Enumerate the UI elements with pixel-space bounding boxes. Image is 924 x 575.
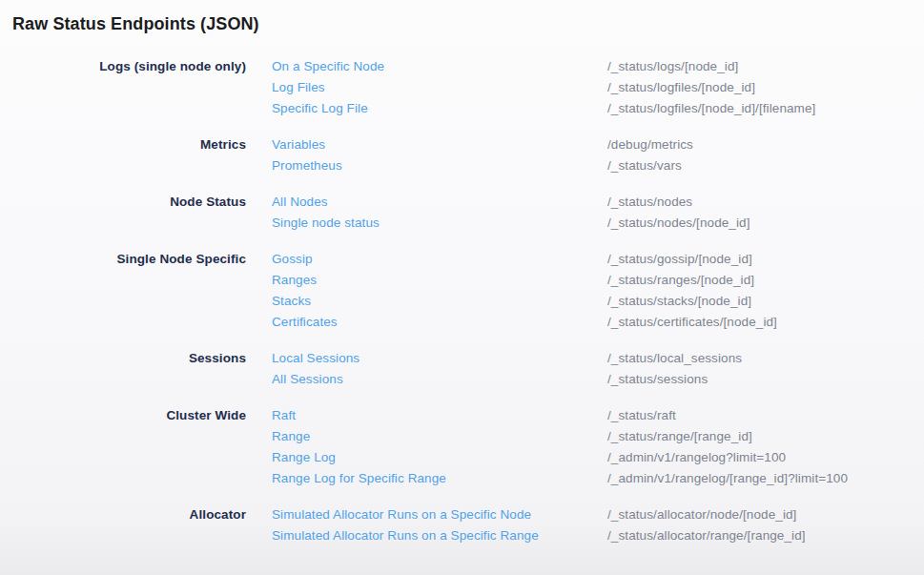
endpoint-section: Logs (single node only) On a Specific No… — [12, 56, 909, 119]
endpoint-row: Simulated Allocator Runs on a Specific R… — [272, 525, 806, 546]
endpoint-link[interactable]: Range Log — [272, 447, 607, 468]
endpoint-path: /_status/local_sessions — [607, 348, 742, 369]
debug-endpoints-page: Raw Status Endpoints (JSON) Logs (single… — [0, 0, 924, 546]
endpoint-link[interactable]: Ranges — [272, 270, 607, 291]
endpoint-path: /_status/raft — [607, 405, 676, 426]
section-label: Cluster Wide — [12, 405, 246, 426]
endpoint-path: /_status/ranges/[node_id] — [607, 270, 754, 291]
section-label: Allocator — [12, 504, 246, 525]
section-label: Single Node Specific — [12, 249, 246, 270]
endpoint-path: /_status/allocator/range/[range_id] — [607, 525, 806, 546]
endpoint-link[interactable]: Stacks — [272, 291, 607, 312]
endpoint-row: Single node status /_status/nodes/[node_… — [272, 213, 750, 234]
endpoint-link[interactable]: Gossip — [272, 249, 607, 270]
endpoint-row: Range /_status/range/[range_id] — [272, 426, 848, 447]
endpoint-link[interactable]: Simulated Allocator Runs on a Specific N… — [272, 504, 607, 525]
endpoint-path: /_status/logfiles/[node_id] — [607, 77, 755, 98]
endpoint-row: Range Log for Specific Range /_admin/v1/… — [272, 468, 848, 489]
endpoint-link[interactable]: Log Files — [272, 77, 607, 98]
endpoint-link[interactable]: Range Log for Specific Range — [272, 468, 607, 489]
endpoint-path: /debug/metrics — [607, 134, 693, 155]
endpoints-table: Logs (single node only) On a Specific No… — [12, 56, 909, 546]
endpoint-path: /_status/nodes/[node_id] — [607, 213, 750, 234]
endpoint-row: All Sessions /_status/sessions — [272, 369, 742, 390]
endpoint-row: All Nodes /_status/nodes — [272, 192, 750, 213]
section-rows: Local Sessions /_status/local_sessions A… — [272, 348, 742, 390]
endpoint-path: /_status/range/[range_id] — [607, 426, 752, 447]
section-rows: Variables /debug/metrics Prometheus /_st… — [272, 134, 693, 176]
section-rows: Raft /_status/raft Range /_status/range/… — [272, 405, 848, 489]
section-rows: On a Specific Node /_status/logs/[node_i… — [272, 56, 815, 119]
endpoint-path: /_status/logs/[node_id] — [607, 56, 738, 77]
endpoint-link[interactable]: Simulated Allocator Runs on a Specific R… — [272, 525, 607, 546]
endpoint-path: /_status/certificates/[node_id] — [607, 312, 777, 333]
endpoint-path: /_status/sessions — [607, 369, 708, 390]
endpoint-row: Log Files /_status/logfiles/[node_id] — [272, 77, 815, 98]
endpoint-link[interactable]: All Sessions — [272, 369, 607, 390]
endpoint-link[interactable]: Certificates — [272, 312, 607, 333]
endpoint-link[interactable]: On a Specific Node — [272, 56, 607, 77]
endpoint-link[interactable]: Range — [272, 426, 607, 447]
endpoint-section: Node Status All Nodes /_status/nodes Sin… — [12, 192, 909, 234]
endpoint-link[interactable]: Raft — [272, 405, 607, 426]
section-rows: Gossip /_status/gossip/[node_id] Ranges … — [272, 249, 777, 333]
endpoint-row: Raft /_status/raft — [272, 405, 848, 426]
endpoint-link[interactable]: Variables — [272, 134, 607, 155]
endpoint-row: Simulated Allocator Runs on a Specific N… — [272, 504, 806, 525]
endpoint-section: Allocator Simulated Allocator Runs on a … — [12, 504, 909, 546]
endpoint-row: Range Log /_admin/v1/rangelog?limit=100 — [272, 447, 848, 468]
endpoint-section: Metrics Variables /debug/metrics Prometh… — [12, 134, 909, 176]
endpoint-row: Variables /debug/metrics — [272, 134, 693, 155]
section-label: Metrics — [12, 134, 246, 155]
endpoint-path: /_admin/v1/rangelog/[range_id]?limit=100 — [607, 468, 848, 489]
endpoint-path: /_status/vars — [607, 155, 682, 176]
endpoint-row: Certificates /_status/certificates/[node… — [272, 312, 777, 333]
endpoint-row: On a Specific Node /_status/logs/[node_i… — [272, 56, 815, 77]
section-label: Logs (single node only) — [12, 56, 246, 77]
endpoint-row: Ranges /_status/ranges/[node_id] — [272, 270, 777, 291]
endpoint-row: Local Sessions /_status/local_sessions — [272, 348, 742, 369]
endpoint-row: Prometheus /_status/vars — [272, 155, 693, 176]
page-title: Raw Status Endpoints (JSON) — [12, 13, 909, 34]
endpoint-path: /_status/gossip/[node_id] — [607, 249, 752, 270]
endpoint-link[interactable]: All Nodes — [272, 192, 607, 213]
endpoint-path: /_status/nodes — [607, 192, 692, 213]
section-label: Sessions — [12, 348, 246, 369]
endpoint-row: Gossip /_status/gossip/[node_id] — [272, 249, 777, 270]
endpoint-path: /_status/logfiles/[node_id]/[filename] — [607, 98, 815, 119]
endpoint-section: Sessions Local Sessions /_status/local_s… — [12, 348, 909, 390]
section-rows: All Nodes /_status/nodes Single node sta… — [272, 192, 750, 234]
endpoint-link[interactable]: Local Sessions — [272, 348, 607, 369]
endpoint-path: /_admin/v1/rangelog?limit=100 — [607, 447, 786, 468]
section-rows: Simulated Allocator Runs on a Specific N… — [272, 504, 806, 546]
endpoint-link[interactable]: Prometheus — [272, 155, 607, 176]
endpoint-row: Specific Log File /_status/logfiles/[nod… — [272, 98, 815, 119]
endpoint-section: Single Node Specific Gossip /_status/gos… — [12, 249, 909, 333]
endpoint-path: /_status/stacks/[node_id] — [607, 291, 751, 312]
endpoint-path: /_status/allocator/node/[node_id] — [607, 504, 796, 525]
endpoint-link[interactable]: Single node status — [272, 213, 607, 234]
endpoint-section: Cluster Wide Raft /_status/raft Range /_… — [12, 405, 909, 489]
endpoint-row: Stacks /_status/stacks/[node_id] — [272, 291, 777, 312]
section-label: Node Status — [12, 192, 246, 213]
endpoint-link[interactable]: Specific Log File — [272, 98, 607, 119]
